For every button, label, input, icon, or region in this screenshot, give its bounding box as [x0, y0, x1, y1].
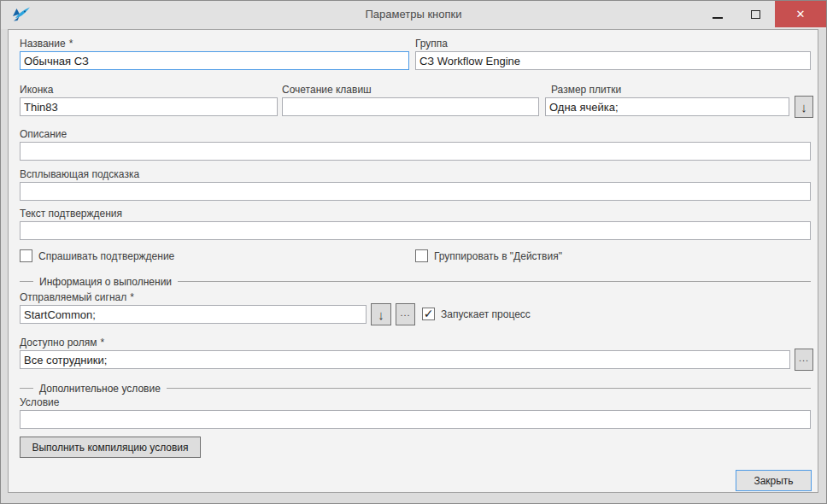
separator-line: [178, 281, 811, 282]
field-tile-size: Размер плитки: [545, 85, 789, 116]
confirm-text-input[interactable]: [20, 221, 811, 240]
signal-browse-button[interactable]: ...: [396, 303, 415, 325]
execution-info-title: Информация о выполнении: [39, 276, 172, 288]
close-icon: ✕: [796, 9, 806, 20]
signal-input[interactable]: [20, 305, 367, 324]
name-label-text: Название: [20, 38, 66, 50]
field-roles: Доступно ролям*: [20, 337, 790, 369]
close-dialog-button-label: Закрыть: [754, 475, 793, 487]
ellipsis-icon: ...: [400, 308, 410, 318]
condition-input[interactable]: [20, 410, 811, 429]
ellipsis-icon: ...: [799, 354, 809, 363]
field-shortcut: Сочетание клавиш: [282, 85, 539, 116]
description-label: Описание: [20, 129, 811, 142]
checkmark-icon: ✓: [424, 308, 434, 319]
ask-confirm-checkbox-row[interactable]: Спрашивать подтверждение: [20, 249, 174, 262]
group-label: Группа: [415, 38, 811, 51]
field-group: Группа: [415, 38, 811, 70]
close-button[interactable]: ✕: [775, 1, 826, 27]
tooltip-input[interactable]: [20, 182, 811, 201]
field-confirm-text: Текст подтверждения: [20, 208, 811, 240]
starts-process-checkbox-row[interactable]: ✓ Запускает процесс: [422, 308, 531, 320]
roles-label-text: Доступно ролям: [20, 337, 97, 349]
tile-size-label: Размер плитки: [545, 85, 789, 97]
tile-size-dropdown-button[interactable]: ↓: [795, 96, 813, 118]
signal-dropdown-button[interactable]: ↓: [371, 303, 391, 325]
section-additional-condition: Дополнительное условие: [20, 382, 811, 395]
icon-input[interactable]: [20, 97, 278, 116]
dropdown-arrow-icon: ↓: [801, 101, 807, 114]
maximize-button[interactable]: [736, 1, 775, 27]
close-dialog-button[interactable]: Закрыть: [736, 470, 812, 491]
separator-line: [20, 388, 33, 389]
icon-label: Иконка: [20, 85, 278, 97]
shortcut-label: Сочетание клавиш: [282, 85, 539, 97]
form-panel: Название* Группа Иконка Сочетание клавиш…: [8, 29, 818, 493]
compile-condition-button-label: Выполнить компиляцию условия: [32, 442, 188, 454]
name-required-mark: *: [69, 38, 73, 50]
separator-line: [167, 388, 811, 389]
tooltip-label: Всплывающая подсказка: [20, 169, 811, 182]
field-signal: Отправляемый сигнал*: [20, 292, 367, 324]
field-icon: Иконка: [20, 85, 278, 116]
minimize-button[interactable]: [698, 1, 736, 27]
signal-label-text: Отправляемый сигнал: [20, 291, 126, 303]
group-actions-label: Группировать в "Действия": [434, 250, 562, 262]
confirm-text-label: Текст подтверждения: [20, 208, 811, 221]
roles-input[interactable]: [20, 350, 790, 369]
group-actions-checkbox[interactable]: [415, 249, 428, 262]
window-controls: ✕: [698, 1, 826, 27]
signal-required-mark: *: [130, 291, 134, 303]
group-actions-checkbox-row[interactable]: Группировать в "Действия": [415, 249, 562, 262]
titlebar[interactable]: Параметры кнопки ✕: [1, 1, 826, 29]
group-input[interactable]: [415, 51, 811, 70]
name-input[interactable]: [20, 51, 409, 70]
tile-size-input[interactable]: [545, 97, 789, 116]
condition-label: Условие: [20, 397, 811, 410]
name-label: Название*: [20, 38, 409, 51]
additional-condition-title: Дополнительное условие: [39, 383, 161, 395]
roles-label: Доступно ролям*: [20, 337, 790, 350]
dialog-window: Параметры кнопки ✕ Название* Группа: [0, 0, 827, 504]
field-condition: Условие: [20, 397, 811, 429]
dropdown-arrow-icon: ↓: [378, 308, 384, 321]
ask-confirm-checkbox[interactable]: [20, 249, 32, 262]
starts-process-label: Запускает процесс: [441, 308, 531, 320]
roles-browse-button[interactable]: ...: [795, 349, 813, 371]
section-execution-info: Информация о выполнении: [20, 275, 811, 288]
field-tooltip: Всплывающая подсказка: [20, 169, 811, 201]
separator-line: [20, 281, 33, 282]
starts-process-checkbox[interactable]: ✓: [422, 308, 435, 320]
minimize-icon: [713, 17, 723, 19]
field-description: Описание: [20, 129, 811, 161]
description-input[interactable]: [20, 142, 811, 161]
roles-required-mark: *: [101, 337, 105, 349]
compile-condition-button[interactable]: Выполнить компиляцию условия: [20, 437, 201, 458]
signal-label: Отправляемый сигнал*: [20, 292, 367, 305]
maximize-icon: [751, 10, 760, 19]
shortcut-input[interactable]: [282, 97, 539, 116]
field-name: Название*: [20, 38, 409, 70]
ask-confirm-label: Спрашивать подтверждение: [38, 250, 174, 262]
